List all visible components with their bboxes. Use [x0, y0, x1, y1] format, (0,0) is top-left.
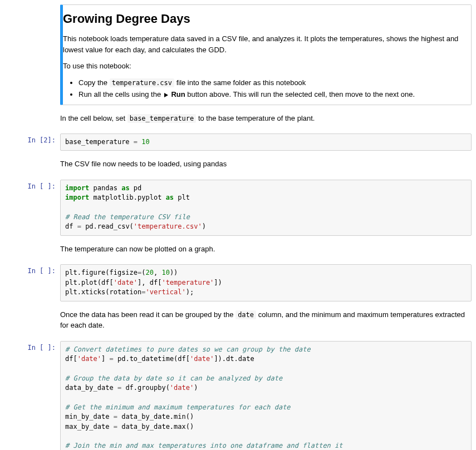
code-block[interactable]: base_temperature = 10 — [65, 137, 467, 147]
run-icon — [164, 93, 168, 97]
intro-box: Growing Degree Days This notebook loads … — [60, 4, 472, 105]
inline-code: temperature.csv — [110, 78, 174, 87]
inline-code: base_temperature — [127, 114, 197, 123]
markdown-cell-3: . The temperature can now be plotted on … — [4, 239, 472, 261]
intro-list: Copy the temperature.csv file into the s… — [63, 77, 471, 100]
markdown-cell-2: . The CSV file now needs to be loaded, u… — [4, 154, 472, 176]
code-cell-3[interactable]: In [ ]: plt.figure(figsize=(20, 10)) plt… — [4, 264, 472, 301]
code-cell-4[interactable]: In [ ]: # Convert datetimes to pure date… — [4, 341, 472, 450]
markdown-cell-1: . In the cell below, set base_temperatur… — [4, 108, 472, 131]
markdown-cell-4: . Once the data has been read it can be … — [4, 305, 472, 338]
intro-cell: . Growing Degree Days This notebook load… — [4, 4, 472, 105]
prompt-empty: . — [4, 4, 60, 105]
prompt: In [2]: — [4, 133, 60, 151]
prompt: In [ ]: — [4, 264, 60, 301]
code-block[interactable]: import pandas as pd import matplotlib.py… — [65, 184, 467, 232]
code-block[interactable]: plt.figure(figsize=(20, 10)) plt.plot(df… — [65, 268, 467, 297]
prompt: In [ ]: — [4, 180, 60, 236]
intro-list-item-1: Copy the temperature.csv file into the s… — [78, 77, 471, 88]
intro-paragraph-2: To use this notebook: — [63, 61, 471, 72]
prompt: In [ ]: — [4, 341, 60, 450]
code-cell-2[interactable]: In [ ]: import pandas as pd import matpl… — [4, 180, 472, 236]
intro-list-item-2: Run all the cells using the Run button a… — [78, 89, 471, 100]
page-title: Growing Degree Days — [63, 9, 471, 28]
intro-paragraph-1: This notebook loads temperature data sav… — [63, 33, 471, 55]
code-cell-1[interactable]: In [2]: base_temperature = 10 — [4, 133, 472, 151]
inline-code: date — [235, 310, 256, 319]
code-block[interactable]: # Convert datetimes to pure dates so we … — [65, 345, 467, 450]
